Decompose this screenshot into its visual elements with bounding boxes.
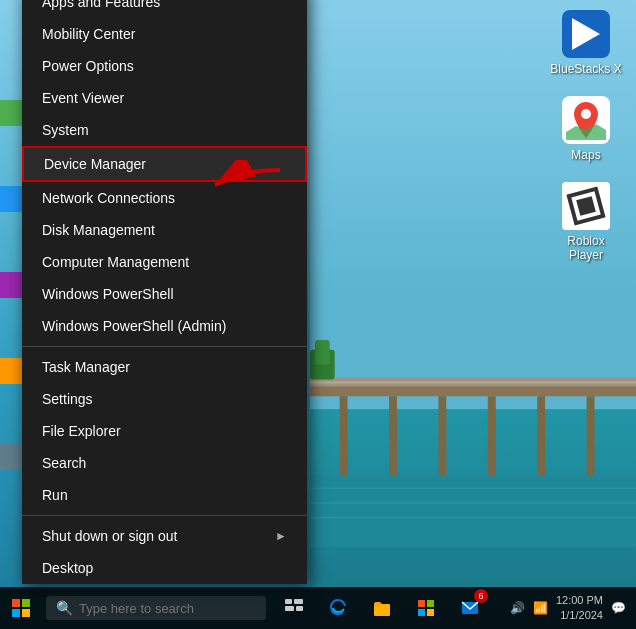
svg-rect-25 (12, 599, 20, 607)
svg-rect-6 (537, 396, 545, 475)
taskbar-search-icon: 🔍 (56, 600, 73, 616)
menu-item-file-explorer[interactable]: File Explorer (22, 415, 307, 447)
context-menu: Apps and Features Mobility Center Power … (22, 0, 307, 584)
taskbar-file-explorer[interactable] (362, 587, 402, 629)
svg-rect-30 (294, 599, 303, 604)
chevron-right-icon: ► (275, 529, 287, 543)
svg-rect-4 (438, 396, 446, 475)
menu-item-computer-management[interactable]: Computer Management (22, 246, 307, 278)
menu-divider-2 (22, 515, 307, 516)
svg-rect-35 (427, 600, 434, 607)
maps-icon[interactable]: Maps (546, 96, 626, 162)
menu-item-task-manager[interactable]: Task Manager (22, 351, 307, 383)
bluestacks-icon[interactable]: BlueStacks X (546, 10, 626, 76)
water-background (310, 409, 636, 589)
svg-rect-31 (285, 606, 294, 611)
desktop: BlueStacks X Maps (0, 0, 636, 629)
svg-rect-10 (310, 475, 636, 547)
menu-item-device-manager[interactable]: Device Manager (22, 146, 307, 182)
svg-rect-9 (310, 381, 636, 383)
menu-item-windows-powershell[interactable]: Windows PowerShell (22, 278, 307, 310)
svg-rect-34 (418, 600, 425, 607)
taskbar-store[interactable] (406, 587, 446, 629)
start-button[interactable] (0, 587, 42, 629)
svg-rect-3 (389, 396, 397, 475)
svg-rect-2 (340, 396, 348, 475)
svg-rect-5 (488, 396, 496, 475)
taskbar-search-input[interactable] (79, 601, 256, 616)
svg-rect-26 (22, 599, 30, 607)
menu-item-mobility-center[interactable]: Mobility Center (22, 18, 307, 50)
bluestacks-label: BlueStacks X (550, 62, 621, 76)
menu-item-event-viewer[interactable]: Event Viewer (22, 82, 307, 114)
svg-rect-32 (296, 606, 303, 611)
svg-rect-15 (315, 340, 330, 365)
svg-rect-29 (285, 599, 292, 604)
taskbar-edge[interactable] (318, 587, 358, 629)
clock-time: 12:00 PM (556, 593, 603, 608)
speaker-icon[interactable]: 🔊 (510, 601, 525, 615)
taskbar-search-box[interactable]: 🔍 (46, 596, 266, 620)
menu-divider-1 (22, 346, 307, 347)
svg-rect-37 (427, 609, 434, 616)
menu-item-disk-management[interactable]: Disk Management (22, 214, 307, 246)
svg-rect-33 (374, 604, 390, 616)
menu-item-run[interactable]: Run (22, 479, 307, 511)
system-tray: 🔊 📶 12:00 PM 1/1/2024 💬 (510, 593, 636, 624)
desktop-icons-container: BlueStacks X Maps (546, 10, 626, 262)
bluestacks-icon-img (562, 10, 610, 58)
clock-date: 1/1/2024 (556, 608, 603, 623)
maps-icon-img (562, 96, 610, 144)
notification-icon[interactable]: 💬 (611, 601, 626, 615)
svg-rect-36 (418, 609, 425, 616)
mail-badge: 6 (474, 589, 488, 603)
menu-item-windows-powershell-admin[interactable]: Windows PowerShell (Admin) (22, 310, 307, 342)
taskbar-app-icons: 6 (274, 587, 490, 629)
roblox-icon[interactable]: RobloxPlayer (546, 182, 626, 262)
menu-item-system[interactable]: System (22, 114, 307, 146)
menu-item-settings[interactable]: Settings (22, 383, 307, 415)
menu-item-apps-features[interactable]: Apps and Features (22, 0, 307, 18)
network-icon[interactable]: 📶 (533, 601, 548, 615)
menu-item-network-connections[interactable]: Network Connections (22, 182, 307, 214)
svg-point-19 (581, 109, 591, 119)
roblox-label: RobloxPlayer (567, 234, 604, 262)
menu-item-search[interactable]: Search (22, 447, 307, 479)
menu-item-power-options[interactable]: Power Options (22, 50, 307, 82)
svg-rect-27 (12, 609, 20, 617)
menu-item-desktop[interactable]: Desktop (22, 552, 307, 584)
taskbar-mail[interactable]: 6 (450, 587, 490, 629)
menu-item-shut-down[interactable]: Shut down or sign out ► (22, 520, 307, 552)
maps-label: Maps (571, 148, 600, 162)
taskbar-task-view[interactable] (274, 587, 314, 629)
svg-rect-7 (587, 396, 595, 475)
roblox-icon-img (562, 182, 610, 230)
taskbar-clock[interactable]: 12:00 PM 1/1/2024 (556, 593, 603, 624)
svg-rect-28 (22, 609, 30, 617)
taskbar: 🔍 (0, 587, 636, 629)
